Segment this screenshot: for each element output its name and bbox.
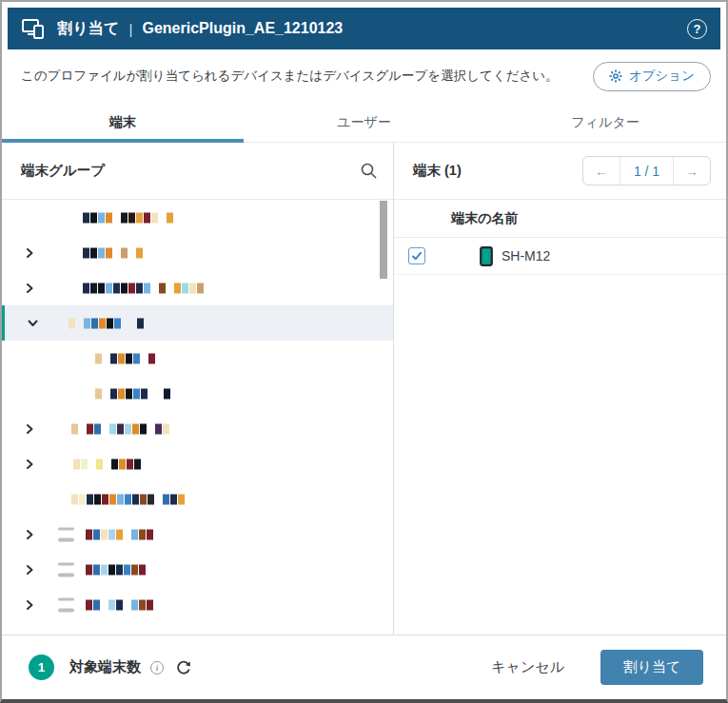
redacted-group-label	[83, 212, 173, 223]
profile-name: GenericPlugin_AE_1210123	[142, 20, 343, 37]
device-table-body: SH-M12	[394, 238, 726, 275]
chevron-right-icon[interactable]	[24, 282, 36, 294]
tree-row-8[interactable]	[2, 481, 393, 517]
chevron-right-icon[interactable]	[24, 246, 36, 259]
tab-0[interactable]: 端末	[2, 103, 244, 142]
chevron-down-icon[interactable]	[27, 317, 39, 329]
group-icon	[58, 562, 74, 576]
instruction-text: このプロファイルが割り当てられるデバイスまたはデバイスグループを選択してください…	[21, 68, 559, 85]
device-group-panel: 端末グループ	[2, 143, 394, 635]
device-checkbox[interactable]	[408, 247, 425, 264]
redacted-group-label	[69, 318, 144, 328]
help-icon[interactable]: ?	[687, 19, 707, 39]
redacted-group-label	[73, 459, 141, 469]
redacted-group-label	[71, 494, 185, 504]
pager: ← 1 / 1 →	[582, 156, 711, 186]
device-group-title: 端末グループ	[21, 162, 105, 180]
device-row-0[interactable]: SH-M12	[394, 238, 726, 275]
title-separator: |	[129, 21, 133, 37]
dialog-footer: 1 対象端末数 i キャンセル 割り当て	[2, 635, 726, 699]
assign-profile-dialog: 割り当て | GenericPlugin_AE_1210123 ? このプロファ…	[0, 0, 728, 703]
tree-row-5[interactable]	[2, 376, 393, 411]
tree-row-9[interactable]	[2, 517, 393, 552]
instruction-row: このプロファイルが割り当てられるデバイスまたはデバイスグループを選択してください…	[2, 49, 726, 103]
smartphone-icon	[480, 246, 493, 266]
pager-page-label: 1 / 1	[620, 157, 673, 185]
devices-panel: 端末 (1) ← 1 / 1 → 端末の名前 SH-M12	[394, 143, 726, 635]
device-group-tree	[2, 200, 393, 635]
redacted-group-label	[71, 423, 169, 434]
chevron-right-icon[interactable]	[24, 422, 36, 435]
redacted-group-label	[83, 247, 143, 258]
tab-2[interactable]: フィルター	[484, 103, 726, 142]
chevron-right-icon[interactable]	[24, 458, 36, 470]
tree-row-1[interactable]	[2, 235, 393, 270]
chevron-right-icon[interactable]	[24, 598, 36, 611]
tree-row-10[interactable]	[2, 552, 393, 587]
dialog-body: 端末グループ 端末 (1) ← 1 / 1	[2, 143, 726, 635]
redacted-group-label	[95, 388, 170, 399]
redacted-group-label	[86, 599, 153, 610]
tab-bar: 端末ユーザーフィルター	[2, 103, 726, 143]
tree-row-6[interactable]	[2, 411, 393, 446]
options-button[interactable]: オプション	[593, 62, 711, 91]
target-count-badge: 1	[29, 654, 54, 680]
pager-next-button[interactable]: →	[673, 157, 710, 185]
redacted-group-label	[83, 283, 204, 293]
chevron-right-icon[interactable]	[24, 563, 36, 576]
device-table-header: 端末の名前	[394, 200, 726, 238]
tab-1[interactable]: ユーザー	[244, 103, 485, 142]
gear-icon	[609, 69, 622, 83]
pager-prev-button[interactable]: ←	[583, 157, 620, 185]
redacted-group-label	[86, 564, 146, 575]
redacted-group-label	[86, 529, 153, 539]
tree-row-2[interactable]	[2, 270, 393, 305]
devices-header: 端末 (1) ← 1 / 1 →	[394, 143, 726, 200]
assign-button[interactable]: 割り当て	[600, 650, 703, 685]
devices-icon	[21, 17, 46, 40]
tree-row-3[interactable]	[2, 305, 393, 341]
refresh-icon[interactable]	[175, 659, 192, 676]
tree-row-0[interactable]	[2, 200, 393, 235]
redacted-group-label	[95, 353, 155, 363]
dialog-titlebar: 割り当て | GenericPlugin_AE_1210123 ?	[8, 8, 720, 49]
devices-title: 端末 (1)	[413, 162, 462, 180]
search-icon[interactable]	[360, 162, 378, 180]
device-group-header: 端末グループ	[2, 143, 393, 200]
tree-row-4[interactable]	[2, 341, 393, 376]
info-icon[interactable]: i	[150, 661, 164, 674]
chevron-right-icon[interactable]	[24, 528, 36, 540]
cancel-button[interactable]: キャンセル	[478, 651, 578, 684]
tree-row-11[interactable]	[2, 587, 393, 622]
target-count-label: 対象端末数	[69, 658, 141, 676]
dialog-title: 割り当て	[57, 19, 120, 39]
options-button-label: オプション	[629, 68, 695, 85]
group-icon	[58, 597, 74, 612]
device-name: SH-M12	[502, 248, 550, 264]
group-icon	[58, 527, 74, 541]
tree-row-7[interactable]	[2, 446, 393, 481]
